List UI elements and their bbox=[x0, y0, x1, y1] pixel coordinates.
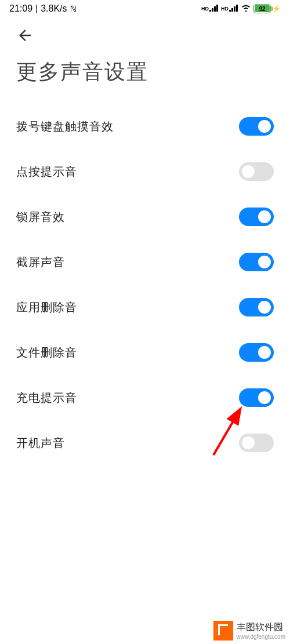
setting-startup-sound: 开机声音 bbox=[16, 420, 274, 465]
setting-lock-screen-sound: 锁屏音效 bbox=[16, 194, 274, 239]
setting-charging-sound: 充电提示音 bbox=[16, 375, 274, 420]
status-network-speed: 3.8K/s bbox=[41, 3, 67, 14]
status-bar: 21:09 | 3.8K/s ℕ HD HD 92 ⚡ bbox=[0, 0, 290, 16]
setting-label: 开机声音 bbox=[16, 435, 65, 451]
setting-tap-sound: 点按提示音 bbox=[16, 149, 274, 194]
back-button[interactable] bbox=[0, 16, 290, 52]
toggle-file-delete[interactable] bbox=[239, 343, 274, 362]
status-right: HD HD 92 ⚡ bbox=[201, 3, 281, 14]
setting-label: 充电提示音 bbox=[16, 390, 77, 406]
setting-label: 文件删除音 bbox=[16, 345, 77, 361]
status-left: 21:09 | 3.8K/s ℕ bbox=[9, 3, 77, 14]
toggle-app-delete[interactable] bbox=[239, 298, 274, 316]
page-title: 更多声音设置 bbox=[0, 52, 290, 104]
toggle-dial-pad[interactable] bbox=[239, 117, 274, 136]
wifi-icon bbox=[241, 3, 251, 14]
status-divider: | bbox=[35, 3, 38, 14]
charging-icon: ⚡ bbox=[272, 5, 281, 13]
setting-label: 点按提示音 bbox=[16, 164, 77, 180]
signal-bars-icon bbox=[209, 3, 219, 14]
watermark-title: 丰图软件园 bbox=[237, 621, 283, 634]
toggle-startup[interactable] bbox=[239, 434, 274, 452]
signal-1: HD bbox=[201, 3, 219, 14]
setting-file-delete-sound: 文件删除音 bbox=[16, 330, 274, 375]
watermark-logo-icon bbox=[213, 621, 233, 641]
setting-label: 截屏声音 bbox=[16, 254, 65, 270]
toggle-tap-sound[interactable] bbox=[239, 162, 274, 181]
status-time: 21:09 bbox=[9, 3, 32, 14]
signal-2: HD bbox=[221, 3, 238, 14]
watermark: 丰图软件园 www.dgfengtu.com bbox=[0, 617, 290, 644]
watermark-url: www.dgfengtu.com bbox=[237, 634, 286, 640]
nfc-icon: ℕ bbox=[70, 4, 77, 13]
setting-label: 锁屏音效 bbox=[16, 209, 65, 225]
toggle-charging[interactable] bbox=[239, 388, 274, 407]
toggle-screenshot[interactable] bbox=[239, 253, 274, 271]
setting-label: 应用删除音 bbox=[16, 300, 77, 315]
settings-list: 拨号键盘触摸音效 点按提示音 锁屏音效 截屏声音 应用删除音 文件删除音 充电提… bbox=[0, 104, 290, 465]
setting-dial-pad-touch-tone: 拨号键盘触摸音效 bbox=[16, 104, 274, 149]
setting-screenshot-sound: 截屏声音 bbox=[16, 239, 274, 285]
battery-indicator: 92 ⚡ bbox=[253, 4, 281, 13]
setting-label: 拨号键盘触摸音效 bbox=[16, 119, 114, 134]
arrow-left-icon bbox=[16, 27, 34, 44]
signal-bars-icon bbox=[229, 3, 238, 14]
setting-app-delete-sound: 应用删除音 bbox=[16, 285, 274, 330]
toggle-lock-screen[interactable] bbox=[239, 208, 274, 226]
